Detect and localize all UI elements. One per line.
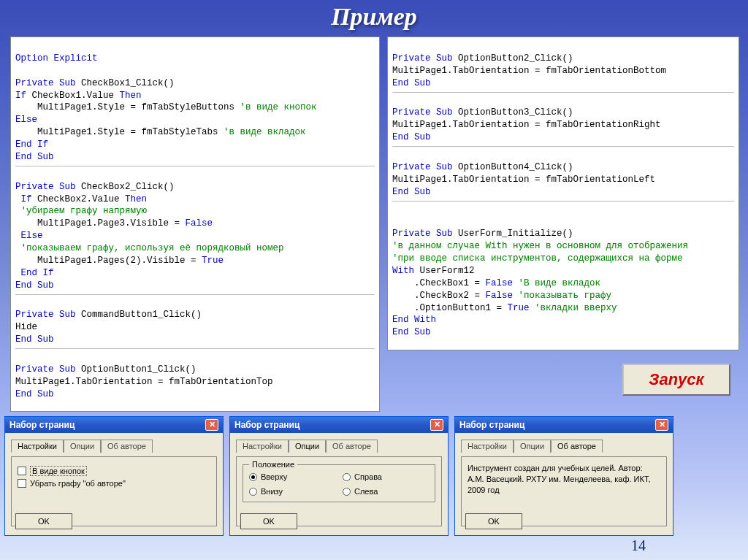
tab-settings[interactable]: Настройки	[11, 440, 64, 453]
code-line: True	[508, 303, 535, 313]
checkbox-buttons-style[interactable]: В виде кнопок	[18, 466, 210, 476]
code-line: Private Sub	[392, 107, 453, 118]
radio-icon	[249, 473, 257, 481]
code-line: If	[15, 194, 32, 204]
code-line: End If	[15, 268, 54, 278]
code-line: Else	[15, 231, 43, 241]
code-line: Private Sub	[15, 364, 76, 375]
code-line: End Sub	[15, 389, 54, 399]
code-comment: 'в данном случае With нужен в основном д…	[392, 241, 688, 251]
checkbox-label: Убрать графу "об авторе"	[30, 479, 126, 488]
tab-options[interactable]: Опции	[514, 440, 551, 453]
code-line: .OptionButton1 =	[392, 303, 508, 313]
dialog-titlebar[interactable]: Набор страниц ✕	[5, 417, 223, 433]
code-line: UserForm12	[414, 266, 475, 276]
code-line: Then	[120, 91, 142, 101]
tab-settings[interactable]: Настройки	[236, 440, 289, 453]
code-line: OptionButton3_Click()	[453, 107, 573, 118]
code-line: CheckBox2.Value	[32, 194, 126, 204]
code-line: Private Sub	[392, 229, 453, 239]
dialog-title-text: Набор страниц	[234, 420, 299, 430]
radio-right[interactable]: Справа	[343, 472, 429, 481]
code-line: .CheckBox1 =	[392, 278, 486, 288]
dialog-about: Набор страниц ✕ Настройки Опции Об автор…	[454, 416, 673, 536]
position-group: Положение Вверху Справа Внизу Слева	[243, 464, 435, 502]
code-line: End Sub	[392, 187, 431, 197]
close-icon[interactable]: ✕	[205, 419, 218, 431]
checkbox-icon	[18, 479, 26, 488]
close-icon[interactable]: ✕	[430, 419, 443, 431]
code-comment: 'убираем графу напрямую	[15, 206, 147, 216]
radio-left[interactable]: Слева	[343, 487, 429, 496]
code-comment: 'В виде вкладок	[519, 278, 601, 288]
checkbox-label: В виде кнопок	[30, 466, 87, 476]
radio-icon	[343, 488, 351, 496]
code-line: OptionButton4_Click()	[453, 162, 573, 172]
radio-label: Внизу	[261, 487, 283, 496]
code-line: MultiPage1.Style = fmTabStyleButtons	[15, 102, 240, 112]
code-comment: 'вкладки вверху	[535, 303, 617, 313]
checkbox-remove-about[interactable]: Убрать графу "об авторе"	[18, 479, 210, 488]
ok-button[interactable]: OK	[465, 513, 522, 529]
code-line: Private Sub	[15, 78, 76, 88]
tab-about[interactable]: Об авторе	[101, 440, 153, 453]
code-line: If	[15, 91, 26, 101]
code-line: End If	[15, 139, 48, 150]
code-line: CheckBox1_Click()	[76, 78, 175, 88]
code-line: Else	[15, 115, 37, 125]
code-line: MultiPage1.Page3.Visible =	[15, 218, 186, 229]
code-line: End Sub	[392, 327, 431, 337]
tab-settings[interactable]: Настройки	[461, 440, 514, 453]
radio-icon	[249, 488, 257, 496]
code-line: With	[392, 266, 414, 276]
code-line: MultiPage1.Pages(2).Visible =	[15, 256, 202, 266]
dialog-titlebar[interactable]: Набор страниц ✕	[455, 417, 673, 433]
page-number: 14	[631, 537, 646, 554]
launch-button[interactable]: Запуск	[622, 364, 730, 396]
dialog-titlebar[interactable]: Набор страниц ✕	[230, 417, 448, 433]
dialog-title-text: Набор страниц	[9, 420, 75, 430]
tab-options[interactable]: Опции	[64, 440, 101, 453]
radio-label: Слева	[354, 487, 378, 496]
code-line: CommandButton1_Click()	[76, 310, 202, 320]
tab-about[interactable]: Об авторе	[551, 440, 603, 453]
tab-options[interactable]: Опции	[289, 440, 326, 453]
radio-label: Вверху	[261, 472, 287, 481]
code-line: CheckBox1.Value	[26, 91, 120, 101]
radio-label: Справа	[354, 472, 382, 481]
radio-top[interactable]: Вверху	[249, 472, 335, 481]
tab-about[interactable]: Об авторе	[326, 440, 378, 453]
code-line: End Sub	[15, 280, 54, 291]
code-line: MultiPage1.TabOrientation = fmTabOrienta…	[392, 120, 661, 130]
dialog-settings: Набор страниц ✕ Настройки Опции Об автор…	[4, 416, 224, 536]
radio-bottom[interactable]: Внизу	[249, 487, 335, 496]
code-line: MultiPage1.TabOrientation = fmTabOrienta…	[15, 377, 273, 387]
code-line: False	[486, 291, 519, 301]
code-comment: 'в виде вкладок	[224, 127, 306, 137]
code-line: Private Sub	[392, 53, 453, 64]
dialog-title-text: Набор страниц	[459, 420, 524, 430]
checkbox-icon	[18, 467, 26, 475]
code-line: OptionButton2_Click()	[453, 53, 573, 64]
code-line: Private Sub	[15, 310, 76, 320]
code-line: False	[486, 278, 519, 288]
code-line: End With	[392, 315, 436, 325]
code-line: MultiPage1.TabOrientation = fmTabOrienta…	[392, 66, 666, 76]
code-line: Private Sub	[392, 162, 453, 172]
code-line: MultiPage1.TabOrientation = fmTabOrienta…	[392, 174, 655, 185]
code-line: End Sub	[15, 152, 54, 162]
code-line: End Sub	[15, 334, 54, 345]
code-line: MultiPage1.Style = fmTabStyleTabs	[15, 127, 224, 137]
ok-button[interactable]: OK	[15, 513, 72, 529]
close-icon[interactable]: ✕	[655, 419, 668, 431]
tab-strip: Настройки Опции Об авторе	[461, 439, 667, 452]
code-panel-right: Private Sub OptionButton2_Click() MultiP…	[387, 37, 739, 350]
radio-icon	[343, 473, 351, 481]
code-line: OptionButton1_Click()	[76, 364, 196, 375]
ok-button[interactable]: OK	[240, 513, 297, 529]
code-line: Option Explicit	[15, 53, 98, 64]
code-line: .CheckBox2 =	[392, 291, 486, 301]
dialog-options: Набор страниц ✕ Настройки Опции Об автор…	[229, 416, 449, 536]
code-line: Hide	[15, 322, 37, 332]
slide-title: Пример	[0, 0, 748, 35]
